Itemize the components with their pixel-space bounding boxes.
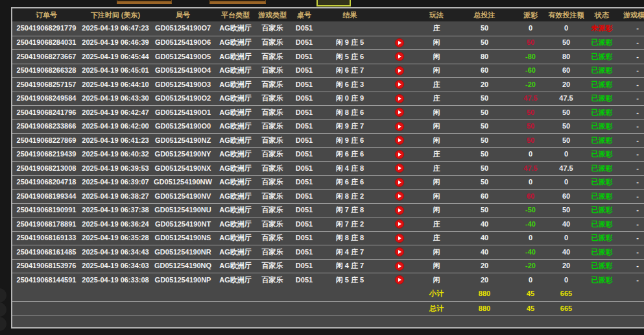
cell-platform: AG欧洲厅: [215, 151, 256, 158]
replay-video-icon[interactable]: [395, 219, 404, 229]
cell-bet-time: 2025-04-19 06:42:00: [80, 123, 150, 130]
header-valid-bet: 有效投注额: [547, 12, 585, 19]
cell-table-number: D051: [289, 193, 319, 200]
cell-order-number: 250419068169133: [12, 234, 80, 242]
cell-play-type: 闲: [418, 262, 455, 269]
cell-total-bet: 50: [455, 95, 514, 102]
replay-video-icon[interactable]: [395, 234, 404, 243]
cell-table-number: D051: [289, 262, 319, 269]
cell-total-bet: 50: [455, 179, 514, 186]
cell-game-mode: -: [619, 123, 644, 130]
cell-valid-bet: 47.5: [547, 165, 585, 172]
cell-round-number: GD051254190O2: [150, 95, 215, 102]
replay-video-icon[interactable]: [395, 247, 404, 256]
replay-video-icon[interactable]: [395, 206, 404, 215]
cell-game-type: 百家乐: [256, 67, 289, 74]
top-tab-button-active[interactable]: [316, 0, 351, 6]
cell-bet-time: 2025-04-19 06:45:01: [80, 67, 150, 74]
play-triangle-icon: [398, 166, 401, 170]
cell-platform: AG欧洲厅: [215, 81, 256, 88]
cell-table-number: D051: [289, 95, 319, 102]
top-tab-button-1[interactable]: [117, 0, 172, 4]
cell-result: 闲 5 庄 5: [319, 277, 381, 284]
cell-game-type: 百家乐: [256, 262, 289, 269]
cell-bet-time: 2025-04-19 06:33:08: [80, 277, 150, 284]
cell-order-number: 250419068233866: [12, 123, 80, 130]
cell-play-type: 庄: [418, 165, 455, 172]
cell-game-type: 百家乐: [256, 53, 289, 60]
replay-video-icon[interactable]: [395, 66, 404, 75]
cell-valid-bet: 60: [547, 193, 585, 200]
cell-game-type: 百家乐: [256, 277, 289, 284]
cell-status: 已派彩: [585, 234, 619, 242]
replay-video-icon[interactable]: [395, 178, 404, 187]
replay-video-icon[interactable]: [395, 38, 404, 47]
cell-payout: -20: [514, 262, 547, 269]
cell-valid-bet: 50: [547, 109, 585, 116]
floating-button-2[interactable]: [0, 303, 6, 317]
cell-valid-bet: 40: [547, 221, 585, 228]
floating-button-3[interactable]: [0, 317, 6, 331]
cell-round-number: GD051254190NU: [150, 206, 215, 214]
replay-video-icon[interactable]: [395, 136, 404, 145]
cell-result: 闲 4 庄 7: [319, 262, 381, 269]
cell-valid-bet: 50: [547, 123, 585, 130]
cell-total-bet: 50: [455, 206, 514, 214]
cell-bet-time: 2025-04-19 06:34:03: [80, 262, 150, 269]
cell-table-number: D051: [289, 137, 319, 144]
table-row: 250419068233866 2025-04-19 06:42:00 GD05…: [12, 119, 644, 134]
replay-video-icon[interactable]: [395, 150, 404, 159]
play-triangle-icon: [398, 180, 401, 184]
cell-status: 未派彩: [585, 25, 619, 32]
cell-total-bet: 60: [455, 193, 514, 200]
cell-result: 闲 0 庄 9: [319, 95, 381, 102]
cell-payout: 60: [514, 193, 547, 200]
replay-video-icon[interactable]: [395, 80, 404, 89]
cell-game-type: 百家乐: [256, 165, 289, 172]
table-row: 250419068161485 2025-04-19 06:34:43 GD05…: [12, 245, 644, 259]
play-triangle-icon: [398, 208, 401, 212]
cell-play-type: 庄: [418, 81, 455, 88]
top-tab-button-2[interactable]: [209, 0, 266, 4]
replay-video-icon[interactable]: [395, 275, 404, 284]
cell-total-bet: 20: [455, 262, 514, 269]
replay-video-icon[interactable]: [395, 164, 404, 173]
cell-valid-bet: 50: [547, 206, 585, 214]
cell-platform: AG欧洲厅: [215, 39, 256, 46]
cell-platform: AG欧洲厅: [215, 67, 256, 74]
replay-video-icon[interactable]: [395, 108, 404, 117]
cell-valid-bet: 47.5: [547, 95, 585, 102]
header-table-number: 桌号: [289, 12, 319, 19]
play-triangle-icon: [398, 250, 401, 254]
floating-button-1[interactable]: [0, 288, 6, 303]
play-triangle-icon: [398, 236, 401, 240]
cell-game-mode: -: [619, 165, 644, 172]
cell-play-type: 闲: [418, 67, 455, 74]
replay-video-icon[interactable]: [395, 262, 404, 271]
cell-game-mode: -: [619, 262, 644, 269]
cell-payout: 0: [514, 151, 547, 158]
cell-total-bet: 50: [455, 137, 514, 144]
bet-records-table: 订单号 下注时间 (美东) 局号 平台类型 游戏类型 桌号 结果 玩法 总投注 …: [11, 7, 644, 329]
replay-video-icon[interactable]: [395, 94, 404, 103]
cell-total-bet: 40: [455, 221, 514, 228]
replay-video-icon[interactable]: [395, 52, 404, 61]
cell-round-number: GD051254190NT: [150, 221, 215, 228]
cell-game-mode: -: [619, 249, 644, 256]
cell-total-bet: 20: [455, 81, 514, 88]
table-row: 250419068291779 2025-04-19 06:47:23 GD05…: [12, 21, 644, 36]
replay-video-icon[interactable]: [395, 192, 404, 201]
cell-table-number: D051: [289, 39, 319, 46]
cell-payout: 50: [514, 39, 547, 46]
cell-game-type: 百家乐: [256, 39, 289, 46]
empty-footer-row: [12, 316, 644, 327]
cell-table-number: D051: [289, 179, 319, 186]
cell-round-number: GD051254190O7: [150, 25, 215, 32]
cell-bet-time: 2025-04-19 06:44:10: [80, 81, 150, 88]
play-triangle-icon: [398, 69, 401, 73]
cell-table-number: D051: [289, 81, 319, 88]
table-row: 250419068204718 2025-04-19 06:39:07 GD05…: [12, 175, 644, 190]
replay-video-icon[interactable]: [395, 122, 404, 131]
cell-play-type: 闲: [418, 137, 455, 144]
play-triangle-icon: [398, 110, 401, 114]
